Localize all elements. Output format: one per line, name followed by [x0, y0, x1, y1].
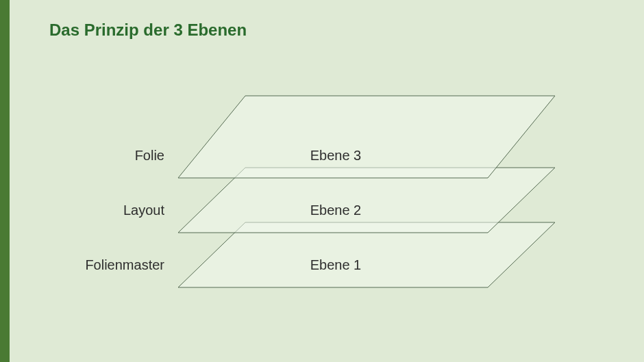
slide: Das Prinzip der 3 Ebenen Folie Layout Fo…	[0, 0, 644, 362]
layer-level-bottom: Ebene 1	[267, 257, 404, 273]
layer-level-middle: Ebene 2	[267, 203, 404, 218]
layer-stack-graphic	[0, 0, 644, 362]
layer-name-middle: Layout	[69, 203, 164, 218]
plane-top	[178, 96, 555, 178]
layer-name-bottom: Folienmaster	[69, 257, 164, 273]
layer-level-top: Ebene 3	[267, 148, 404, 164]
layer-name-top: Folie	[69, 148, 164, 164]
